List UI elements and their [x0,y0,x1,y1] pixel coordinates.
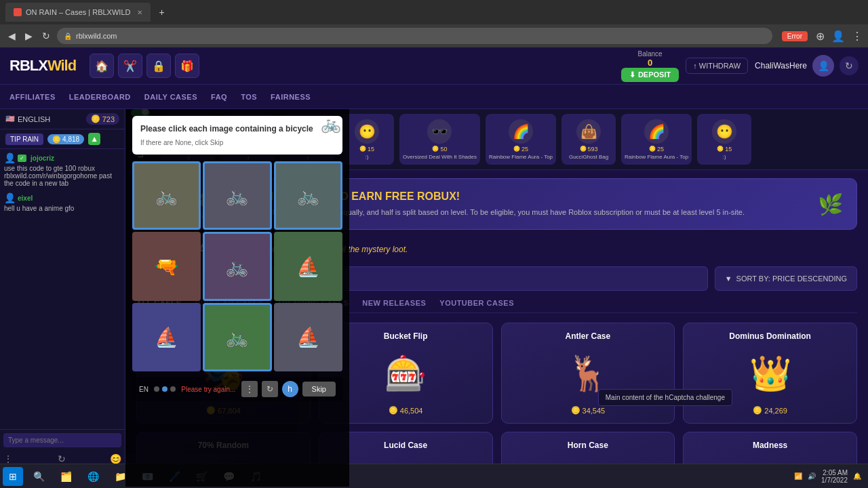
forward-btn[interactable]: ▶ [22,29,35,43]
clock-time: 2:05 AM [821,469,848,476]
skip-btn[interactable]: Skip [302,382,336,396]
taskbar-search[interactable]: 🔍 [26,467,52,486]
case-image-1: 🎰 [372,346,439,401]
reload-btn[interactable]: ↻ [39,29,53,43]
drop-name-3: :) [366,154,369,160]
address-bar[interactable]: 🔒 rblxwild.com [57,28,772,44]
captcha-img-6[interactable]: ⛵ [132,303,201,371]
captcha-menu-btn[interactable]: ⋮ [241,381,258,397]
case-name-6: Horn Case [568,441,608,450]
browser-tab[interactable]: ON RAIN – Cases | RBLXWILD ✕ [5,3,151,22]
menu-icon[interactable]: ⋮ [3,453,13,464]
tab-new-releases[interactable]: New reLeaseS [362,299,426,312]
drop-name-8: :) [723,154,726,160]
language-selector[interactable]: 🇺🇸 ENGLISH [5,115,50,123]
back-btn[interactable]: ◀ [5,29,18,43]
chat-username-1: eixel [18,195,33,202]
user-avatar[interactable]: 👤 [812,55,834,77]
drop-item-6[interactable]: 👜 🪙 593 GucciGhost Bag [561,114,616,165]
gift-btn[interactable]: 🎁 [175,54,199,78]
captcha-img-0[interactable]: 🚲 [132,161,201,230]
case-price-2: 🪙 34,545 [571,406,606,415]
captcha-logo-btn[interactable]: h [282,381,298,397]
captcha-img-8[interactable]: ⛵ [274,303,342,371]
content-area: 🇺🇸 ENGLISH 🪙 723 TIP RAIN 🪙 4,818 ▲ 👤 [0,109,868,487]
chat-message-1: 👤 eixel hell u have a anime gfo [4,192,121,212]
case-image-2: 🦌 [554,346,622,401]
extensions-btn[interactable]: ⊕ [816,30,825,43]
tip-rain-bar: TIP RAIN 🪙 4,818 ▲ [0,129,125,149]
home-btn[interactable]: 🏠 [90,54,114,78]
tray-network: 📶 [794,472,802,480]
nav-daily-cases[interactable]: DAILY CASES [144,93,197,101]
nav-tos[interactable]: TOS [241,93,257,101]
case-card-dominus[interactable]: Dominus Domination 👑 🪙 24,269 [683,323,857,424]
browser-bar: ON RAIN – Cases | RBLXWILD ✕ + [0,0,868,24]
drop-item-7[interactable]: 🌈 🪙 25 Rainbow Flame Aura - Top [621,114,692,165]
sort-btn[interactable]: ▼ SORT BY: PRICE DESCENDING [715,266,857,291]
tip-rain-btn[interactable]: TIP RAIN [5,134,43,145]
logo-highlight: Wild [47,57,76,74]
profile-btn[interactable]: 👤 [831,30,845,43]
refresh-btn[interactable]: ↻ [840,56,859,75]
captcha-sub: If there are None, click Skip [140,139,334,146]
case-image-3: 👑 [736,346,804,401]
nav-faq[interactable]: FAQ [211,93,227,101]
drop-item-8[interactable]: 😶 🪙 15 :) [697,114,751,165]
captcha-dot-1 [162,386,167,392]
logo[interactable]: RBLXWild [9,57,76,75]
tab-youtuber-cases[interactable]: YOUTUBER CASES [439,299,514,312]
browser-nav: ◀ ▶ ↻ 🔒 rblxwild.com Error ⊕ 👤 ⋮ [0,24,868,47]
withdraw-btn[interactable]: ↑ WITHDRAW [686,58,748,74]
rain-up-btn[interactable]: ▲ [88,133,100,145]
captcha-img-5[interactable]: ⛵ [274,232,342,300]
tab-close[interactable]: ✕ [137,9,142,16]
case-coin-icon-1: 🪙 [389,406,398,415]
drop-price-4: 🪙 50 [432,146,447,152]
chat-text-0: use this code to gte 100 robux rblxwild.… [4,165,112,187]
nav-affiliates[interactable]: AFFILIATES [9,93,56,101]
rain-coins-icon: 🪙 [52,136,60,143]
drop-item-4[interactable]: 🕶️ 🪙 50 Oversized Deal With It Shades [399,114,480,165]
captcha-img-1[interactable]: 🚲 [203,161,271,230]
emoji-icon[interactable]: 😊 [110,453,121,464]
deposit-label: DEPOSIT [638,70,671,79]
case-card-antler[interactable]: Antler Case 🦌 🪙 34,545 [501,323,675,424]
lock-btn[interactable]: 🔒 [146,54,171,78]
nav-fairness[interactable]: FAIRNESS [271,93,311,101]
nav-leaderboard[interactable]: LEADERBOARD [69,93,131,101]
taskbar-widgets[interactable]: 🗂️ [53,467,79,486]
start-btn[interactable]: ⊞ [3,467,23,486]
drop-avatar-4: 🕶️ [427,119,452,144]
drop-name-5: Rainbow Flame Aura - Top [489,154,553,160]
new-releases-label: New reLeaseS [362,299,426,307]
scissors-btn[interactable]: ✂️ [118,54,142,78]
case-price-1: 🪙 46,504 [389,406,423,415]
case-name-2: Antler Case [566,331,611,341]
chat-input[interactable] [3,433,121,447]
drop-item-5[interactable]: 🌈 🪙 25 Rainbow Flame Aura - Top [486,114,556,165]
captcha-img-7[interactable]: 🚲 [203,303,271,371]
case-coin-icon-2: 🪙 [571,406,580,415]
new-tab-btn[interactable]: + [155,5,168,19]
captcha-instruction: Please click each image containing a bic… [140,124,334,134]
captcha-img-4[interactable]: 🚲 [203,232,271,300]
case-coin-icon-3: 🪙 [753,406,762,415]
reload-icon[interactable]: ↻ [58,453,66,464]
settings-btn[interactable]: ⋮ [852,30,863,43]
balance-block: Balance 0 ⬇ DEPOSIT [621,50,679,82]
captcha-bike-icon: 🚲 [321,115,341,134]
taskbar-chrome[interactable]: 🌐 [80,467,106,486]
drop-price-8: 🪙 15 [717,146,732,152]
deposit-btn[interactable]: ⬇ DEPOSIT [621,68,679,82]
captcha-reload-btn[interactable]: ↻ [262,381,278,397]
coins-value: 723 [102,115,115,123]
captcha-img-3[interactable]: 🔫 [132,232,201,300]
tray-notification[interactable]: 🔔 [853,472,861,480]
flag-icon: 🇺🇸 [5,115,15,123]
drop-avatar-5: 🌈 [509,119,533,144]
rain-coins-value: 4,818 [62,136,79,143]
captcha-img-2[interactable]: 🚲 [274,161,342,230]
drop-avatar-6: 👜 [576,119,601,144]
tab-title: ON RAIN – Cases | RBLXWILD [26,8,130,16]
